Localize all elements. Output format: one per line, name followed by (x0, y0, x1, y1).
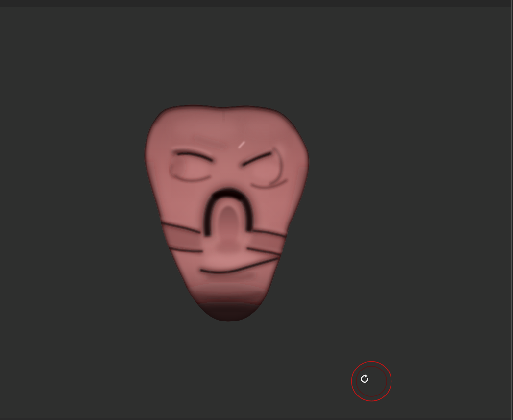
rotate-clockwise-icon (362, 374, 368, 382)
sculpting-viewport[interactable] (0, 0, 513, 420)
window-right-edge[interactable] (511, 0, 513, 420)
chin-shading (168, 280, 281, 333)
viewport-left-divider (9, 7, 9, 418)
rotate-brush-cursor[interactable] (352, 362, 391, 401)
application-window (0, 0, 513, 420)
brush-inner-ring (356, 366, 387, 396)
brush-outer-ring (352, 362, 391, 401)
top-menu-bar (0, 0, 513, 7)
bottom-status-bar (0, 418, 513, 420)
sculpted-head-model[interactable] (122, 88, 328, 343)
